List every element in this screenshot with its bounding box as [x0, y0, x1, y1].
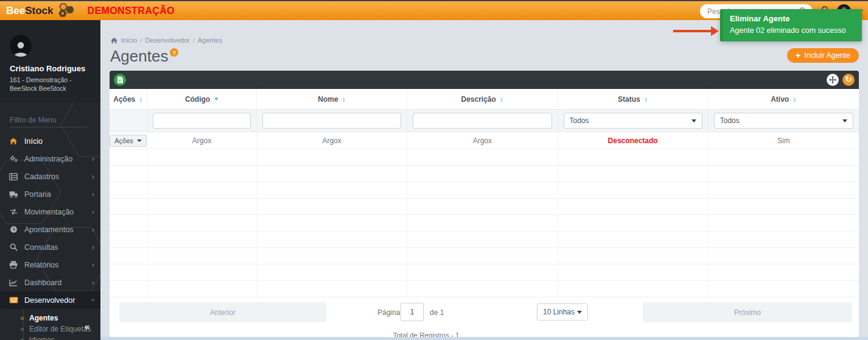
- column-header-nome[interactable]: Nome ▲▼: [257, 89, 407, 109]
- sidebar-item-dashboard[interactable]: Dashboard ›: [0, 274, 100, 291]
- chevron-right-icon: ›: [92, 172, 94, 180]
- empty-table-row: [110, 199, 859, 215]
- filter-select-ativo[interactable]: Todos: [714, 113, 853, 129]
- column-header-codigo[interactable]: Código ▼: [147, 89, 257, 109]
- refresh-button[interactable]: ↻: [842, 74, 855, 86]
- sidebar-profile: Cristiano Rodrigues 161 - Demonstração -…: [0, 20, 100, 102]
- chevron-down-icon: ›: [89, 299, 97, 302]
- next-page-button[interactable]: Próximo: [643, 302, 852, 322]
- toast-message: Agente 02 eliminado com sucesso: [730, 26, 856, 35]
- home-icon: [7, 137, 19, 145]
- sidebar-item-movimentacao[interactable]: Movimentação ›: [0, 203, 100, 221]
- chevron-right-icon: ›: [92, 190, 94, 198]
- chevron-down-icon: [137, 140, 142, 142]
- sidebar-item-label: Relatórios: [24, 261, 58, 269]
- sidebar-avatar[interactable]: [10, 35, 32, 57]
- incluir-agente-button[interactable]: + Incluir Agente: [787, 48, 859, 63]
- filter-select-status[interactable]: Todos: [564, 113, 702, 129]
- app-window: BeeStock DEMONSTRAÇÃO: [0, 0, 868, 340]
- truck-icon: [7, 191, 19, 198]
- sidebar-item-administracao[interactable]: Administração ›: [0, 150, 100, 168]
- sidebar-item-label: Administração: [24, 155, 72, 163]
- breadcrumb-separator: /: [140, 37, 142, 44]
- fullscreen-button[interactable]: [827, 74, 839, 86]
- sidebar-item-consultas[interactable]: Consultas ›: [0, 238, 100, 256]
- bullet-icon: [21, 328, 24, 331]
- sidebar-menu: Início Administração ›: [0, 132, 100, 340]
- column-header-ativo[interactable]: Ativo ▲▼: [709, 89, 859, 109]
- sort-icon: ▲▼: [644, 96, 648, 102]
- printer-icon: [7, 261, 19, 269]
- logo-text-stock: Stock: [25, 5, 53, 17]
- sidebar-item-label: Portaria: [24, 190, 51, 199]
- column-label: Nome: [318, 95, 338, 104]
- export-excel-button[interactable]: x: [114, 74, 126, 86]
- help-badge[interactable]: ?: [170, 48, 178, 57]
- chevron-right-icon: ›: [92, 243, 94, 251]
- chevron-right-icon: ›: [92, 261, 94, 269]
- cell-status: Desconectado: [558, 132, 709, 149]
- empty-table-row: [110, 166, 859, 182]
- menu-filter-input[interactable]: [10, 113, 88, 127]
- sidebar-item-cadastros[interactable]: Cadastros ›: [0, 168, 100, 185]
- chevron-right-icon: ›: [92, 155, 94, 163]
- beestock-logo[interactable]: BeeStock: [6, 3, 74, 19]
- home-icon: [110, 37, 118, 44]
- sidebar-item-portaria[interactable]: Portaria ›: [0, 185, 100, 203]
- user-organization: 161 - Demonstração - BeeStock BeeStock: [10, 76, 89, 93]
- breadcrumb: Início / Desenvolvedor / Agentes: [110, 37, 222, 44]
- chart-icon: [7, 279, 19, 286]
- incluir-agente-label: Incluir Agente: [804, 51, 850, 60]
- filter-input-descricao[interactable]: [413, 113, 551, 129]
- breadcrumb-item[interactable]: Desenvolvedor: [145, 37, 189, 44]
- chevron-down-icon: [842, 119, 847, 122]
- cell-codigo: Argox: [147, 132, 257, 149]
- column-label: Ações: [113, 95, 135, 104]
- filter-cell-acoes: [110, 110, 147, 132]
- sidebar-collapse-button[interactable]: «: [85, 321, 89, 331]
- menu-filter: [10, 113, 91, 127]
- sidebar-item-desenvolvedor[interactable]: Desenvolvedor ›: [0, 291, 100, 309]
- gears-icon: [7, 155, 19, 163]
- rows-per-page-select[interactable]: 10 Linhas: [537, 303, 588, 321]
- sidebar-item-relatorios[interactable]: Relatórios ›: [0, 256, 100, 274]
- table-row: Ações Argox Argox Argox Desconectado Sim: [110, 132, 859, 149]
- sidebar-item-apontamentos[interactable]: Apontamentos ›: [0, 221, 100, 238]
- column-label: Descrição: [461, 95, 495, 104]
- cell-nome: Argox: [257, 132, 407, 149]
- cell-ativo: Sim: [709, 132, 859, 149]
- sidebar-item-label: Desenvolvedor: [24, 296, 75, 305]
- sidebar-item-inicio[interactable]: Início: [0, 132, 100, 150]
- sort-icon: ▲▼: [793, 96, 796, 102]
- bullet-icon: [21, 317, 24, 320]
- sort-icon: ▲▼: [500, 96, 503, 102]
- success-toast[interactable]: Eliminar Agente Agente 02 eliminado com …: [720, 9, 862, 41]
- filter-input-codigo[interactable]: [153, 113, 251, 129]
- cell-descricao: Argox: [407, 132, 558, 149]
- person-icon: [12, 38, 30, 57]
- selected-option-label: Todos: [720, 116, 740, 125]
- breadcrumb-item[interactable]: Início: [121, 37, 137, 44]
- column-header-status[interactable]: Status ▲▼: [558, 89, 709, 109]
- sidebar-subitem-label: Idiomas: [29, 336, 55, 340]
- sort-desc-active-icon: ▼: [214, 96, 219, 102]
- page-title-row: Agentes ?: [110, 47, 178, 66]
- filter-input-nome[interactable]: [262, 113, 401, 129]
- chevron-right-icon: ›: [92, 225, 94, 233]
- table-header-row: Ações ▲▼ Código ▼ Nome ▲▼ Descrição ▲▼ S…: [110, 89, 859, 110]
- page-number-input[interactable]: [401, 303, 424, 321]
- column-header-descricao[interactable]: Descrição ▲▼: [407, 89, 558, 109]
- sidebar-subitem-idiomas[interactable]: Idiomas: [0, 335, 100, 340]
- page-label: Página: [377, 308, 400, 317]
- chevron-down-icon: [691, 119, 696, 122]
- magnifier-icon: [7, 243, 19, 251]
- sidebar-item-label: Movimentação: [24, 208, 74, 216]
- breadcrumb-item[interactable]: Agentes: [198, 37, 222, 44]
- total-records-label: Total de Registros - 1: [371, 331, 481, 339]
- empty-table-row: [110, 232, 859, 248]
- previous-page-button[interactable]: Anterior: [119, 302, 326, 322]
- user-name: Cristiano Rodrigues: [10, 64, 91, 73]
- row-actions-dropdown[interactable]: Ações: [110, 135, 147, 147]
- plus-icon: +: [796, 51, 800, 60]
- column-header-acoes[interactable]: Ações ▲▼: [110, 89, 147, 109]
